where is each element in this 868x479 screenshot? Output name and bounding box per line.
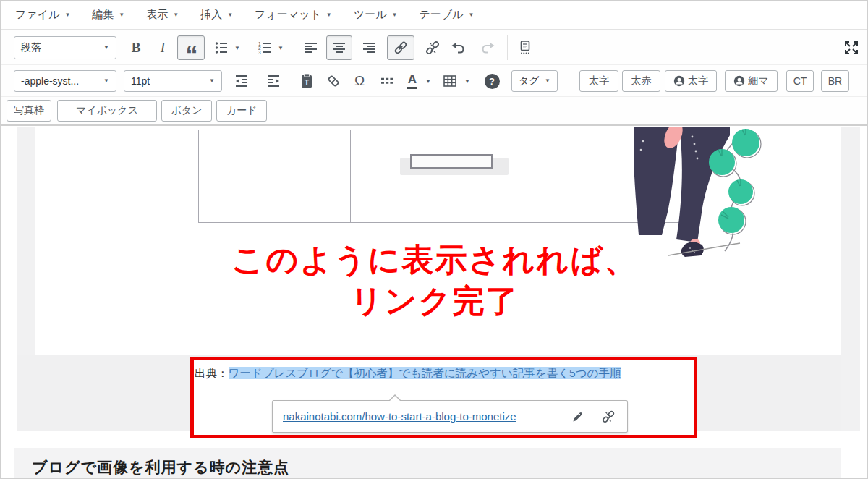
speech-bold-shortcut-button[interactable]: 太字 bbox=[665, 70, 717, 92]
chevron-down-icon[interactable]: ▼ bbox=[425, 78, 431, 85]
bold-button[interactable]: B bbox=[124, 36, 148, 59]
wordpress-classic-editor-window: ファイル▼ 編集▼ 表示▼ 挿入▼ フォーマット▼ ツール▼ テーブル▼ 段落▼… bbox=[0, 0, 868, 479]
indent-decrease-icon bbox=[234, 74, 249, 88]
ct-label: CT bbox=[793, 75, 807, 87]
align-right-button[interactable] bbox=[357, 36, 381, 59]
menu-insert-label: 挿入 bbox=[200, 8, 222, 22]
chevron-down-icon[interactable]: ▼ bbox=[234, 45, 240, 51]
menu-tools-label: ツール bbox=[354, 8, 387, 22]
editor-content-area[interactable]: このように表示されれば、 リンク完了 出典：ワードプレスブログで【初心者】でも読… bbox=[1, 125, 867, 479]
help-question-mark: ? bbox=[489, 76, 495, 87]
special-character-button[interactable]: Ω bbox=[348, 69, 371, 93]
section-heading: ブログで画像を利用する時の注意点 bbox=[32, 457, 289, 478]
paste-as-text-icon: T bbox=[299, 73, 314, 89]
my-box-shortcut-button[interactable]: マイボックス bbox=[57, 100, 157, 122]
menu-file-label: ファイル bbox=[15, 8, 59, 22]
numbered-list-button[interactable]: 123 bbox=[252, 36, 277, 59]
font-family-select[interactable]: -apple-syst...▼ bbox=[14, 70, 116, 92]
text-color-button[interactable]: A bbox=[403, 69, 422, 93]
citation-selected-link[interactable]: ワードプレスブログで【初心者】でも読者に読みやすい記事を書く5つの手順 bbox=[229, 367, 621, 379]
menu-view-label: 表示 bbox=[146, 8, 168, 22]
person-icon bbox=[673, 75, 685, 87]
chevron-down-icon: ▼ bbox=[173, 12, 179, 18]
button-shortcut-button[interactable]: ボタン bbox=[161, 100, 212, 122]
card-shortcut-button[interactable]: カード bbox=[216, 100, 267, 122]
link-url[interactable]: nakainotabi.com/how-to-start-a-blog-to-m… bbox=[283, 410, 556, 423]
page-break-button[interactable] bbox=[375, 69, 399, 93]
edit-link-button[interactable] bbox=[569, 408, 587, 425]
code-document-icon bbox=[517, 40, 533, 56]
menu-edit[interactable]: 編集▼ bbox=[92, 8, 124, 22]
pencil-icon bbox=[571, 410, 584, 423]
chevron-down-icon[interactable]: ▼ bbox=[278, 45, 284, 51]
menu-tools[interactable]: ツール▼ bbox=[354, 8, 398, 22]
section-heading-band: ブログで画像を利用する時の注意点 bbox=[14, 448, 841, 479]
table-button[interactable] bbox=[439, 69, 461, 93]
indent-increase-icon bbox=[266, 74, 281, 88]
menu-format-label: フォーマット bbox=[255, 8, 321, 22]
chevron-down-icon: ▼ bbox=[103, 78, 109, 84]
speech-thin-shortcut-button[interactable]: 細マ bbox=[725, 70, 778, 92]
editor-menu-bar: ファイル▼ 編集▼ 表示▼ 挿入▼ フォーマット▼ ツール▼ テーブル▼ bbox=[1, 1, 867, 30]
embedded-image-left-margin bbox=[17, 127, 35, 355]
numbered-list-icon: 123 bbox=[258, 41, 272, 55]
clear-formatting-button[interactable] bbox=[322, 69, 345, 93]
table-icon bbox=[443, 75, 457, 88]
codoc-embed-button[interactable] bbox=[511, 36, 539, 59]
chevron-down-icon: ▼ bbox=[64, 12, 70, 18]
align-center-button[interactable] bbox=[326, 35, 352, 60]
bullet-list-button[interactable] bbox=[209, 36, 234, 59]
blockquote-button[interactable]: “ bbox=[177, 35, 205, 60]
photo-frame-shortcut-button[interactable]: 写真枠 bbox=[7, 100, 51, 122]
link-tooltip-popup: nakainotabi.com/how-to-start-a-blog-to-m… bbox=[272, 400, 628, 433]
menu-format[interactable]: フォーマット▼ bbox=[255, 8, 332, 22]
fullscreen-expand-icon bbox=[843, 40, 859, 56]
bold-red-shortcut-button[interactable]: 太赤 bbox=[622, 70, 660, 92]
button-label: ボタン bbox=[171, 104, 203, 117]
paragraph-format-select[interactable]: 段落▼ bbox=[14, 36, 116, 59]
br-label: BR bbox=[828, 75, 842, 87]
paste-as-text-button[interactable]: T bbox=[294, 69, 319, 93]
menu-table[interactable]: テーブル▼ bbox=[419, 8, 474, 22]
editor-toolbar: 段落▼ B I “ ▼ 123 ▼ bbox=[1, 30, 867, 125]
svg-text:3: 3 bbox=[258, 50, 261, 55]
align-center-icon bbox=[332, 41, 346, 55]
insert-link-button[interactable] bbox=[387, 35, 414, 60]
paragraph-format-value: 段落 bbox=[21, 41, 41, 54]
align-right-icon bbox=[362, 41, 376, 55]
br-shortcut-button[interactable]: BR bbox=[821, 70, 849, 92]
undo-button[interactable] bbox=[446, 36, 471, 59]
bold-icon: B bbox=[132, 40, 141, 56]
font-size-select[interactable]: 11pt▼ bbox=[124, 70, 222, 92]
italic-button[interactable]: I bbox=[150, 36, 175, 59]
annotation-line-2: リンク完了 bbox=[145, 280, 724, 321]
svg-text:T: T bbox=[305, 79, 309, 87]
tag-select[interactable]: タグ▼ bbox=[511, 70, 558, 92]
text-color-icon: A bbox=[407, 73, 417, 89]
indent-increase-button[interactable] bbox=[261, 69, 286, 93]
toolbar-separator bbox=[507, 35, 508, 60]
redo-button[interactable] bbox=[475, 36, 500, 59]
bold-text-shortcut-button[interactable]: 太字 bbox=[579, 70, 618, 92]
remove-link-button[interactable] bbox=[420, 36, 445, 59]
toolbar-row-2: -apple-syst...▼ 11pt▼ T Ω A ▼ bbox=[1, 65, 867, 97]
ct-shortcut-button[interactable]: CT bbox=[786, 70, 814, 92]
embedded-image-right-margin bbox=[841, 127, 860, 431]
chevron-down-icon[interactable]: ▼ bbox=[464, 78, 470, 85]
help-button[interactable]: ? bbox=[481, 69, 503, 93]
my-box-label: マイボックス bbox=[76, 104, 138, 117]
unlink-icon bbox=[425, 40, 441, 56]
menu-insert[interactable]: 挿入▼ bbox=[200, 8, 233, 22]
embedded-text-field bbox=[410, 154, 493, 169]
chevron-down-icon: ▼ bbox=[209, 78, 215, 84]
align-left-button[interactable] bbox=[299, 36, 323, 59]
chevron-down-icon: ▼ bbox=[545, 78, 550, 84]
unlink-icon bbox=[601, 410, 616, 424]
menu-view[interactable]: 表示▼ bbox=[146, 8, 179, 22]
menu-file[interactable]: ファイル▼ bbox=[15, 8, 70, 22]
fullscreen-button[interactable] bbox=[838, 36, 864, 59]
page-break-icon bbox=[380, 74, 394, 88]
chevron-down-icon: ▼ bbox=[119, 12, 124, 18]
remove-link-button[interactable] bbox=[600, 408, 617, 425]
indent-decrease-button[interactable] bbox=[229, 69, 254, 93]
